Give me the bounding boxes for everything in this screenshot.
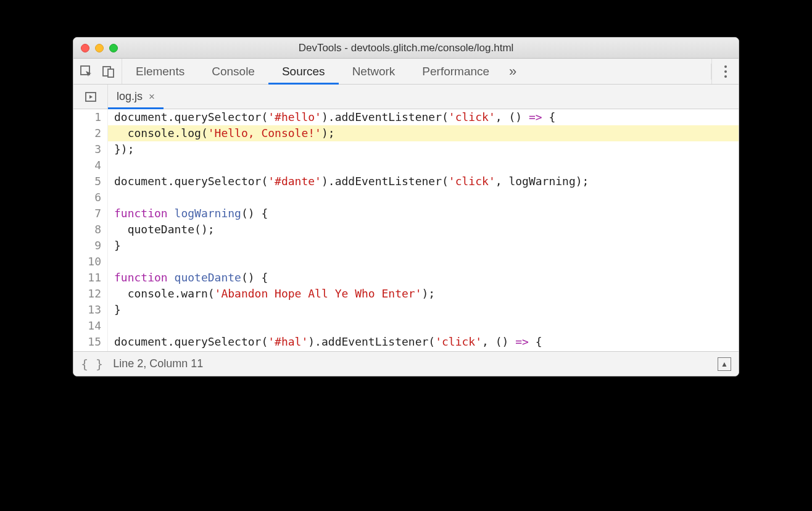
file-tab[interactable]: log.js× [108, 85, 164, 109]
minimize-window-button[interactable] [95, 44, 104, 52]
code-line[interactable] [108, 157, 739, 173]
line-number[interactable]: 12 [73, 286, 101, 302]
code-line[interactable]: }); [108, 141, 739, 157]
line-gutter: 123456789101112131415 [73, 109, 108, 351]
panel-tab-sources[interactable]: Sources [268, 59, 339, 84]
line-number[interactable]: 5 [73, 173, 101, 189]
code-area[interactable]: document.querySelector('#hello').addEven… [108, 109, 739, 351]
code-line[interactable]: document.querySelector('#hal').addEventL… [108, 334, 739, 350]
panel-tab-performance[interactable]: Performance [408, 59, 503, 84]
code-line[interactable]: function logWarning() { [108, 206, 739, 222]
code-line[interactable]: console.warn('Abandon Hope All Ye Who En… [108, 286, 739, 302]
source-editor[interactable]: 123456789101112131415 document.querySele… [73, 109, 739, 351]
code-line[interactable]: console.log('Hello, Console!'); [108, 125, 739, 141]
line-number[interactable]: 1 [73, 109, 101, 125]
code-line[interactable]: function quoteDante() { [108, 270, 739, 286]
line-number[interactable]: 15 [73, 334, 101, 350]
toggle-drawer-button[interactable]: ▲ [718, 357, 731, 371]
close-file-icon[interactable]: × [149, 91, 155, 103]
more-panels-button[interactable]: » [503, 59, 526, 84]
line-number[interactable]: 13 [73, 302, 101, 318]
line-number[interactable]: 6 [73, 189, 101, 206]
line-number[interactable]: 7 [73, 206, 101, 222]
panel-tab-network[interactable]: Network [339, 59, 409, 84]
file-tab-name: log.js [117, 90, 143, 103]
svg-rect-2 [108, 69, 114, 77]
line-number[interactable]: 2 [73, 125, 101, 141]
inspect-element-icon[interactable] [80, 65, 93, 78]
panel-tab-console[interactable]: Console [198, 59, 268, 84]
devtools-window: DevTools - devtools.glitch.me/console/lo… [73, 37, 739, 376]
cursor-position-label: Line 2, Column 11 [113, 357, 203, 370]
settings-menu-button[interactable] [711, 59, 739, 84]
code-line[interactable]: document.querySelector('#hello').addEven… [108, 109, 739, 125]
close-window-button[interactable] [81, 44, 89, 52]
panel-tabs: ElementsConsoleSourcesNetworkPerformance [122, 59, 503, 84]
code-line[interactable] [108, 318, 739, 334]
zoom-window-button[interactable] [109, 44, 118, 52]
window-controls [73, 44, 118, 52]
code-line[interactable] [108, 254, 739, 270]
file-tabs-row: log.js× [73, 85, 739, 109]
device-toolbar-icon[interactable] [102, 65, 115, 78]
code-line[interactable]: } [108, 238, 739, 254]
line-number[interactable]: 4 [73, 157, 101, 173]
line-number[interactable]: 10 [73, 254, 101, 270]
toolbar-leading [73, 59, 122, 84]
line-number[interactable]: 9 [73, 238, 101, 254]
code-line[interactable]: document.querySelector('#dante').addEven… [108, 173, 739, 189]
devtools-tabstrip: ElementsConsoleSourcesNetworkPerformance… [73, 59, 739, 85]
code-line[interactable]: } [108, 302, 739, 318]
pretty-print-button[interactable]: { } [81, 357, 113, 372]
code-line[interactable]: quoteDante(); [108, 222, 739, 238]
line-number[interactable]: 3 [73, 141, 101, 157]
window-title: DevTools - devtools.glitch.me/console/lo… [73, 42, 739, 54]
panel-tab-elements[interactable]: Elements [122, 59, 198, 84]
file-tabs: log.js× [108, 85, 164, 109]
window-titlebar: DevTools - devtools.glitch.me/console/lo… [73, 38, 739, 59]
code-line[interactable] [108, 189, 739, 206]
editor-statusbar: { } Line 2, Column 11 ▲ [73, 351, 739, 376]
line-number[interactable]: 11 [73, 270, 101, 286]
show-navigator-button[interactable] [73, 85, 108, 109]
line-number[interactable]: 8 [73, 222, 101, 238]
line-number[interactable]: 14 [73, 318, 101, 334]
